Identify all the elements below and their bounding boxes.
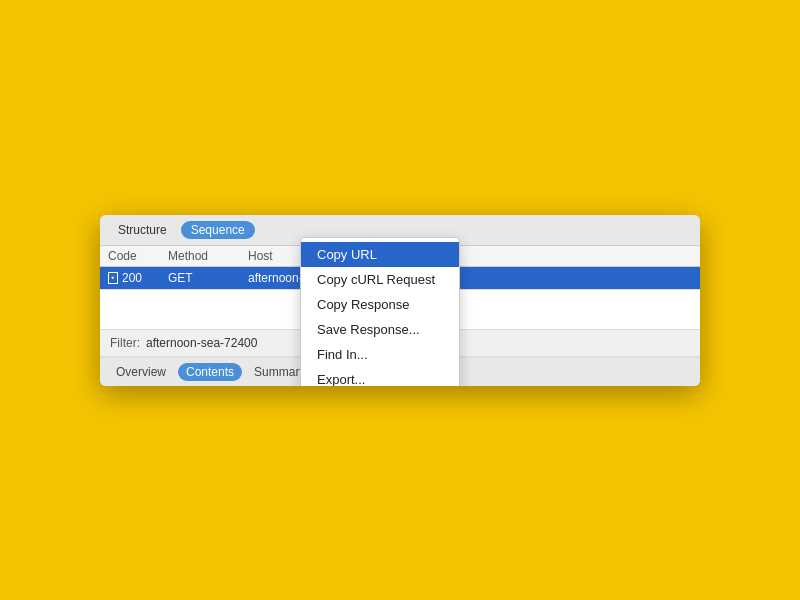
- context-menu-item-save-response[interactable]: Save Response...: [301, 317, 459, 342]
- col-header-code: Code: [108, 249, 168, 263]
- context-menu-item-copy-url[interactable]: Copy URL: [301, 242, 459, 267]
- main-window: Structure Sequence Code Method Host Path…: [100, 215, 700, 386]
- context-menu-item-find-in[interactable]: Find In...: [301, 342, 459, 367]
- context-menu-item-copy-curl[interactable]: Copy cURL Request: [301, 267, 459, 292]
- table-body: ▪ 200 GET afternoon-sea-... /tacos Copy …: [100, 267, 700, 289]
- tab-contents[interactable]: Contents: [178, 363, 242, 381]
- row-method: GET: [168, 271, 248, 285]
- sequence-button[interactable]: Sequence: [181, 221, 255, 239]
- col-header-method: Method: [168, 249, 248, 263]
- context-menu: Copy URL Copy cURL Request Copy Response…: [300, 237, 460, 386]
- filter-value: afternoon-sea-72400: [146, 336, 257, 350]
- filter-label: Filter:: [110, 336, 140, 350]
- structure-button[interactable]: Structure: [110, 221, 175, 239]
- context-menu-item-export[interactable]: Export...: [301, 367, 459, 386]
- doc-icon: ▪: [108, 272, 118, 284]
- row-code: ▪ 200: [108, 271, 168, 285]
- tab-overview[interactable]: Overview: [108, 363, 174, 381]
- context-menu-item-copy-response[interactable]: Copy Response: [301, 292, 459, 317]
